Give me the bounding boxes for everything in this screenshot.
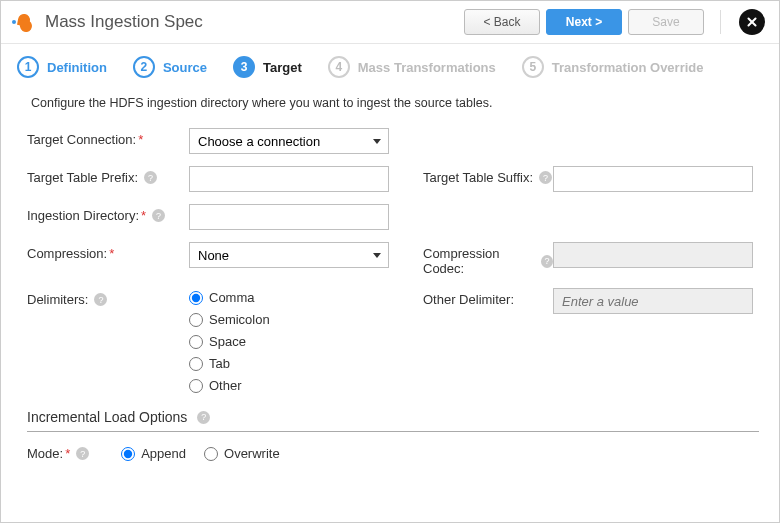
- help-icon[interactable]: ?: [197, 411, 210, 424]
- step-label: Target: [263, 60, 302, 75]
- mode-radio-group: Append Overwrite: [121, 446, 279, 461]
- delimiter-other-radio[interactable]: Other: [189, 378, 389, 393]
- label-target-table-suffix: Target Table Suffix: ?: [423, 166, 553, 185]
- step-mass-transformations: 4 Mass Transformations: [328, 56, 496, 78]
- step-label: Definition: [47, 60, 107, 75]
- step-target[interactable]: 3 Target: [233, 56, 302, 78]
- target-table-suffix-input[interactable]: [553, 166, 753, 192]
- wizard-steps: 1 Definition 2 Source 3 Target 4 Mass Tr…: [1, 44, 779, 90]
- step-number: 2: [133, 56, 155, 78]
- step-number: 5: [522, 56, 544, 78]
- required-asterisk: *: [109, 246, 114, 261]
- delimiter-comma-radio[interactable]: Comma: [189, 290, 389, 305]
- other-delimiter-input: [553, 288, 753, 314]
- label-compression: Compression:*: [27, 242, 189, 261]
- step-number: 1: [17, 56, 39, 78]
- step-label: Mass Transformations: [358, 60, 496, 75]
- help-icon[interactable]: ?: [541, 255, 553, 268]
- step-definition[interactable]: 1 Definition: [17, 56, 107, 78]
- step-number: 4: [328, 56, 350, 78]
- help-icon[interactable]: ?: [152, 209, 165, 222]
- mass-ingestion-dialog: Mass Ingestion Spec < Back Next > Save 1…: [0, 0, 780, 523]
- form-grid: Target Connection:* Choose a connection …: [27, 128, 759, 393]
- step-number: 3: [233, 56, 255, 78]
- form-content: Configure the HDFS ingestion directory w…: [1, 90, 779, 522]
- label-other-delimiter: Other Delimiter:: [423, 288, 553, 307]
- header-separator: [720, 10, 721, 34]
- close-icon[interactable]: [739, 9, 765, 35]
- step-label: Source: [163, 60, 207, 75]
- label-target-connection: Target Connection:*: [27, 128, 189, 147]
- intro-text: Configure the HDFS ingestion directory w…: [31, 96, 755, 110]
- label-target-table-prefix: Target Table Prefix: ?: [27, 166, 189, 185]
- delimiters-radio-group: Comma Semicolon Space Tab Other: [189, 288, 389, 393]
- help-icon[interactable]: ?: [144, 171, 157, 184]
- mode-overwrite-radio[interactable]: Overwrite: [204, 446, 280, 461]
- required-asterisk: *: [141, 208, 146, 223]
- label-mode: Mode:* ?: [27, 446, 89, 461]
- save-button: Save: [628, 9, 704, 35]
- delimiter-tab-radio[interactable]: Tab: [189, 356, 389, 371]
- dialog-title: Mass Ingestion Spec: [45, 12, 203, 32]
- next-button[interactable]: Next >: [546, 9, 622, 35]
- back-button[interactable]: < Back: [464, 9, 540, 35]
- help-icon[interactable]: ?: [94, 293, 107, 306]
- label-compression-codec: Compression Codec: ?: [423, 242, 553, 276]
- required-asterisk: *: [65, 446, 70, 461]
- help-icon[interactable]: ?: [76, 447, 89, 460]
- section-divider: [27, 431, 759, 432]
- dialog-header: Mass Ingestion Spec < Back Next > Save: [1, 1, 779, 44]
- compression-select[interactable]: None: [189, 242, 389, 268]
- help-icon[interactable]: ?: [539, 171, 552, 184]
- step-source[interactable]: 2 Source: [133, 56, 207, 78]
- mode-append-radio[interactable]: Append: [121, 446, 186, 461]
- step-transformation-override: 5 Transformation Override: [522, 56, 704, 78]
- delimiter-semicolon-radio[interactable]: Semicolon: [189, 312, 389, 327]
- label-ingestion-directory: Ingestion Directory:* ?: [27, 204, 189, 223]
- ingestion-directory-input[interactable]: [189, 204, 389, 230]
- compression-codec-input: [553, 242, 753, 268]
- label-delimiters: Delimiters: ?: [27, 288, 189, 307]
- delimiter-space-radio[interactable]: Space: [189, 334, 389, 349]
- target-connection-select[interactable]: Choose a connection: [189, 128, 389, 154]
- target-table-prefix-input[interactable]: [189, 166, 389, 192]
- required-asterisk: *: [138, 132, 143, 147]
- incremental-load-section-title: Incremental Load Options ?: [27, 409, 759, 425]
- step-label: Transformation Override: [552, 60, 704, 75]
- app-logo-icon: [11, 12, 39, 32]
- mode-row: Mode:* ? Append Overwrite: [27, 446, 759, 461]
